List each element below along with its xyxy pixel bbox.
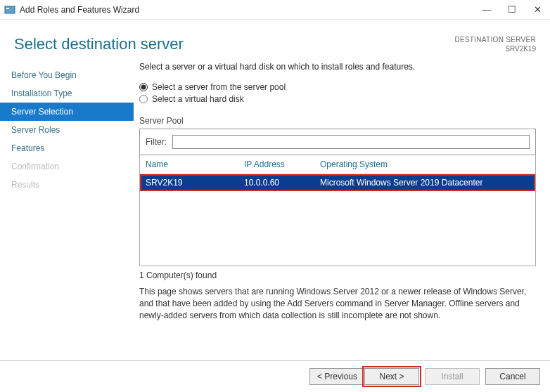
grid-header: Name IP Address Operating System <box>140 155 535 174</box>
filter-input[interactable] <box>172 135 530 149</box>
step-before-you-begin[interactable]: Before You Begin <box>0 66 134 84</box>
destination-info: DESTINATION SERVER SRV2K19 <box>454 35 536 53</box>
close-button[interactable]: ✕ <box>525 0 550 20</box>
app-icon <box>4 4 15 15</box>
maximize-button[interactable]: ☐ <box>499 0 525 20</box>
step-server-roles[interactable]: Server Roles <box>0 121 134 139</box>
svg-rect-1 <box>6 8 9 9</box>
step-confirmation: Confirmation <box>0 157 134 176</box>
found-count: 1 Computer(s) found <box>139 270 536 280</box>
step-server-selection[interactable]: Server Selection <box>0 103 134 121</box>
step-features[interactable]: Features <box>0 139 134 157</box>
step-results: Results <box>0 176 134 194</box>
install-button: Install <box>425 368 480 385</box>
intro-text: Select a server or a virtual hard disk o… <box>139 62 536 72</box>
col-os-header[interactable]: Operating System <box>320 159 530 169</box>
page-header: Select destination server DESTINATION SE… <box>0 20 550 62</box>
titlebar: Add Roles and Features Wizard ― ☐ ✕ <box>0 0 550 20</box>
wizard-steps: Before You Begin Installation Type Serve… <box>0 62 134 360</box>
table-row[interactable]: SRV2K19 10.0.0.60 Microsoft Windows Serv… <box>140 174 535 191</box>
content-pane: Select a server or a virtual hard disk o… <box>134 62 550 360</box>
footer: < Previous Next > Install Cancel <box>0 360 550 392</box>
destination-label: DESTINATION SERVER <box>454 35 536 44</box>
cancel-button[interactable]: Cancel <box>485 368 540 385</box>
radio-server-pool-input[interactable] <box>139 83 148 91</box>
note-text: This page shows servers that are running… <box>139 286 536 321</box>
cell-ip: 10.0.0.60 <box>244 178 320 188</box>
grid-body: SRV2K19 10.0.0.60 Microsoft Windows Serv… <box>140 174 535 266</box>
minimize-button[interactable]: ― <box>474 0 499 20</box>
previous-button[interactable]: < Previous <box>309 368 364 385</box>
col-ip-header[interactable]: IP Address <box>244 159 320 169</box>
page-title: Select destination server <box>14 35 184 53</box>
next-button[interactable]: Next > <box>364 368 419 385</box>
step-installation-type[interactable]: Installation Type <box>0 84 134 103</box>
filter-label: Filter: <box>146 137 167 147</box>
radio-server-pool-label: Select a server from the server pool <box>152 82 286 92</box>
svg-rect-0 <box>5 6 15 13</box>
window-controls: ― ☐ ✕ <box>474 0 550 20</box>
cell-os: Microsoft Windows Server 2019 Datacenter <box>320 178 530 188</box>
radio-vhd-label: Select a virtual hard disk <box>152 94 244 104</box>
destination-value: SRV2K19 <box>454 44 536 53</box>
col-name-header[interactable]: Name <box>146 159 244 169</box>
radio-vhd[interactable]: Select a virtual hard disk <box>139 94 536 104</box>
cell-name: SRV2K19 <box>146 178 244 188</box>
radio-vhd-input[interactable] <box>139 95 148 103</box>
server-pool-label: Server Pool <box>139 116 536 126</box>
server-grid: Name IP Address Operating System SRV2K19… <box>139 155 536 266</box>
filter-box: Filter: <box>139 129 536 155</box>
window-title: Add Roles and Features Wizard <box>20 5 474 15</box>
radio-server-pool[interactable]: Select a server from the server pool <box>139 82 536 92</box>
